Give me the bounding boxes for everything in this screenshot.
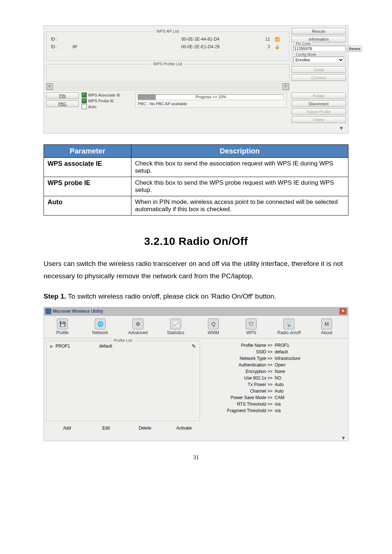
- utility-panel: Micronet Wireless Utility ✕ 💾Profile 🌐Ne…: [44, 307, 348, 441]
- delete-profile-button[interactable]: Delete: [133, 426, 157, 431]
- edit-button[interactable]: Edit: [94, 426, 118, 431]
- tab-advanced[interactable]: ⚙Advanced: [124, 319, 152, 335]
- table-header-description: Description: [131, 145, 348, 158]
- titlebar[interactable]: Micronet Wireless Utility ✕: [44, 307, 348, 316]
- checkbox-checked-icon: [82, 93, 87, 98]
- param-name: WPS associate IE: [44, 158, 131, 177]
- detail-value: Open: [275, 362, 285, 368]
- param-description: When in PIN mode, wireless access point …: [131, 196, 348, 216]
- step-text: Step 1. To switch wireless radio on/off,…: [44, 292, 348, 300]
- app-icon: [45, 308, 51, 314]
- radio-icon: 📡: [283, 319, 294, 329]
- profile-list-title: Profile List: [111, 338, 134, 342]
- disconnect-button[interactable]: Disconnect: [291, 100, 346, 107]
- tab-row: 💾Profile 🌐Network ⚙Advanced 📈Statistics …: [44, 316, 348, 338]
- tab-radio[interactable]: 📡Radio on/off: [275, 319, 303, 335]
- signal-icon: [270, 37, 285, 42]
- config-mode-select[interactable]: Enrollee: [293, 57, 344, 63]
- table-row[interactable]: ID : 00-0E-2E-44-81-D4 11: [49, 36, 286, 43]
- activate-button[interactable]: Activate: [172, 426, 196, 431]
- wps-associate-checkbox[interactable]: WPS Associate IE: [82, 93, 132, 98]
- pin-code-input[interactable]: [293, 46, 346, 52]
- tab-wmm[interactable]: QWMM: [199, 319, 228, 335]
- scroll-track[interactable]: [53, 84, 282, 90]
- network-icon: 🌐: [95, 319, 106, 329]
- config-mode-title: Config Mode: [295, 53, 318, 57]
- tab-profile[interactable]: 💾Profile: [48, 319, 77, 335]
- tab-wps[interactable]: 🛡WPS: [237, 319, 265, 335]
- progress-area: Progress >> 10% PBC - No PBC AP availabl…: [135, 93, 286, 108]
- wps-panel: WPS AP List ID : 00-0E-2E-44-81-D4 11 ID…: [44, 25, 348, 134]
- lock-icon: [270, 44, 285, 49]
- window-title: Micronet Wireless Utility: [53, 309, 103, 314]
- delete-button[interactable]: Delete: [291, 116, 346, 123]
- config-mode-group: Config Mode Enrollee: [291, 55, 346, 65]
- rescan-button[interactable]: Rescan: [291, 28, 346, 34]
- rotate-button[interactable]: Rotate: [291, 93, 346, 99]
- tab-about[interactable]: MAbout: [313, 319, 341, 335]
- detail-label: Network Type >>: [204, 356, 275, 361]
- detail-label: Authentication >>: [204, 362, 275, 368]
- table-row[interactable]: ID : 6F 00-0E-2E-E1-D4-29 3: [49, 43, 286, 51]
- progress-bar: Progress >> 10%: [138, 94, 284, 100]
- status-text: PBC - No PBC AP available: [138, 102, 284, 106]
- gear-icon: ⚙: [132, 319, 143, 329]
- list-item[interactable]: ▶ PROF1 default: [46, 341, 200, 351]
- detail-label: Encryption >>: [204, 369, 275, 374]
- detail-button[interactable]: Detail: [291, 66, 346, 73]
- wps-ap-list-group: WPS AP List ID : 00-0E-2E-44-81-D4 11 ID…: [46, 32, 289, 61]
- detail-label: Tx Power >>: [204, 382, 275, 387]
- tab-statistics[interactable]: 📈Statistics: [162, 319, 190, 335]
- detail-value: Auto: [275, 389, 284, 394]
- detail-value: default: [275, 349, 288, 354]
- about-icon: M: [321, 319, 332, 329]
- checkbox-checked-icon: [82, 98, 87, 103]
- auto-checkbox[interactable]: Auto: [82, 104, 132, 109]
- checkbox-empty-icon: [82, 104, 87, 109]
- edit-icon: [192, 343, 196, 349]
- close-icon[interactable]: ✕: [339, 308, 347, 315]
- profile-detail: Profile Name >>PROF1 SSID >>default Netw…: [202, 338, 348, 434]
- profile-name: PROF1: [56, 344, 99, 349]
- active-indicator-icon: ▶: [50, 344, 53, 349]
- pin-button[interactable]: PIN: [46, 93, 79, 99]
- pin-code-title: Pin Code: [295, 42, 312, 46]
- param-name: Auto: [44, 196, 131, 216]
- ap-channel: 3: [256, 44, 270, 49]
- action-row: Add Edit Delete Activate: [44, 423, 202, 434]
- add-button[interactable]: Add: [55, 426, 79, 431]
- statistics-icon: 📈: [170, 319, 181, 329]
- horizontal-scrollbar[interactable]: < >: [46, 83, 289, 90]
- expand-arrow-icon[interactable]: ▼: [44, 434, 348, 441]
- profile-icon: 💾: [57, 319, 68, 329]
- connect-button[interactable]: Connect: [291, 74, 346, 81]
- detail-value: Infrastructure: [275, 356, 301, 361]
- param-description: Check this box to send the association r…: [131, 158, 348, 177]
- renew-button[interactable]: Renew: [347, 46, 362, 52]
- ap-mac: 00-0E-2E-44-81-D4: [145, 37, 256, 42]
- ap-rate: 6F: [73, 44, 145, 49]
- scroll-left-button[interactable]: <: [46, 83, 53, 90]
- wps-profile-list-group: WPS Profile List: [46, 64, 289, 82]
- wps-icon: 🛡: [246, 319, 257, 329]
- detail-label: Fragment Threshold >>: [204, 408, 275, 413]
- parameter-table: Parameter Description WPS associate IE C…: [44, 144, 348, 216]
- detail-value: CAM: [275, 395, 285, 400]
- detail-value: n/a: [275, 402, 281, 407]
- pbc-button[interactable]: PBC: [46, 100, 79, 107]
- table-row: Auto When in PIN mode, wireless access p…: [44, 196, 348, 216]
- expand-arrow-icon[interactable]: ▼: [46, 124, 346, 131]
- table-row: WPS associate IE Check this box to send …: [44, 158, 348, 177]
- id-label: ID :: [51, 37, 73, 42]
- ap-mac: 00-0E-2E-E1-D4-29: [145, 44, 256, 49]
- detail-value: None: [275, 369, 285, 374]
- wps-probe-checkbox[interactable]: WPS Probe IE: [82, 98, 132, 103]
- detail-label: Channel >>: [204, 389, 275, 394]
- scroll-right-button[interactable]: >: [282, 83, 289, 90]
- detail-value: n/a: [275, 408, 281, 413]
- detail-label: Profile Name >>: [204, 343, 275, 348]
- tab-network[interactable]: 🌐Network: [86, 319, 114, 335]
- export-profile-button[interactable]: Export Profile: [291, 108, 346, 115]
- wps-ap-list-title: WPS AP List: [154, 29, 181, 33]
- id-label: ID :: [51, 44, 73, 49]
